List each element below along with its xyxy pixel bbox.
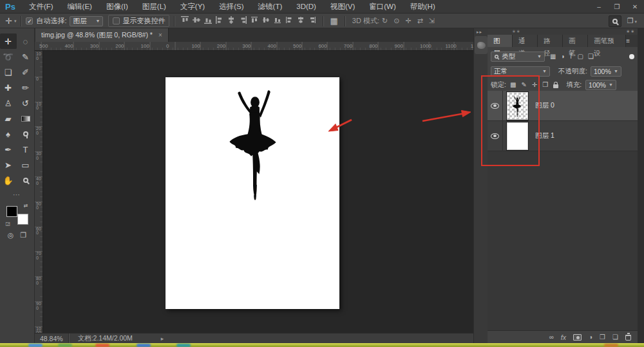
distribute-vertical-centers-icon[interactable] — [262, 16, 270, 26]
layer-style-icon[interactable]: fx — [561, 333, 566, 341]
align-left-edges-icon[interactable] — [216, 16, 224, 26]
document-tab[interactable]: timg.jpg @ 48.8% (图层 0, RGB/8#) * × — [35, 28, 169, 42]
menu-滤镜[interactable]: 滤镜(T) — [251, 0, 290, 14]
collapsed-panel-button[interactable] — [475, 36, 488, 54]
zoom-level-field[interactable]: 48.84% — [35, 333, 69, 343]
blur-tool[interactable]: ♠ — [0, 126, 17, 142]
eyedropper-tool[interactable]: ✐ — [17, 64, 34, 80]
auto-align-layers-icon[interactable]: ▦ — [330, 16, 337, 26]
dodge-tool[interactable] — [17, 126, 34, 142]
auto-select-checkbox[interactable]: ✓ — [26, 17, 33, 24]
3d-roll-icon[interactable]: ⊙ — [393, 17, 399, 25]
collapse-dock-icon[interactable]: ∗∗ — [626, 29, 635, 34]
panel-menu-icon[interactable]: ≡ — [626, 35, 630, 47]
crop-tool[interactable]: ❏ — [0, 64, 17, 80]
taskbar-icon[interactable] — [28, 344, 43, 347]
distribute-top-edges-icon[interactable] — [251, 16, 259, 26]
show-transform-group[interactable]: 显示变换控件 — [108, 15, 169, 27]
type-tool[interactable]: T — [17, 142, 34, 157]
lock-image-pixels-icon[interactable]: ✎ — [521, 81, 526, 88]
taskbar-icon[interactable] — [176, 344, 191, 347]
layer-row[interactable]: 图层 1 — [488, 121, 638, 151]
tool-preset-picker[interactable]: ✛ ▾ — [0, 16, 16, 26]
edit-toolbar-icon[interactable]: ⋯ — [0, 191, 34, 199]
taskbar-icon[interactable] — [95, 344, 109, 347]
lock-all-icon[interactable] — [553, 84, 558, 88]
background-color-swatch[interactable] — [17, 214, 28, 225]
layer-thumbnail[interactable] — [507, 92, 528, 120]
menu-图像[interactable]: 图像(I) — [99, 0, 135, 14]
taskbar-icon[interactable] — [137, 344, 151, 347]
menu-视图[interactable]: 视图(V) — [323, 0, 362, 14]
color-swatches[interactable]: ⇄ ◲ — [6, 204, 28, 225]
path-selection-tool[interactable]: ➤ — [0, 157, 17, 173]
screen-mode-button[interactable]: ❐ — [20, 231, 26, 239]
distribute-right-edges-icon[interactable] — [308, 16, 317, 26]
blend-mode-dropdown[interactable]: 正常▼ — [491, 66, 550, 77]
adjustment-layer-icon[interactable]: ◑ — [589, 333, 592, 341]
panel-tab-通道[interactable]: 通道 — [513, 35, 538, 47]
filter-adjustment-layers-icon[interactable]: ◑ — [560, 53, 564, 60]
menu-文件[interactable]: 文件(F) — [22, 0, 61, 14]
taskbar-icon[interactable] — [604, 344, 618, 347]
layer-mask-icon[interactable] — [573, 334, 582, 341]
layer-visibility-toggle[interactable] — [488, 121, 503, 151]
align-right-edges-icon[interactable] — [239, 16, 247, 26]
align-vertical-centers-icon[interactable] — [193, 16, 201, 26]
panel-tab-画笔[interactable]: 画笔 — [563, 35, 588, 47]
healing-brush-tool[interactable]: ✚ — [0, 80, 17, 95]
clone-stamp-tool[interactable]: ♙ — [0, 95, 17, 111]
3d-rotate-icon[interactable]: ↻ — [382, 17, 388, 25]
filter-shape-layers-icon[interactable]: ▢ — [578, 53, 583, 60]
auto-select-target-dropdown[interactable]: 图层▼ — [70, 16, 103, 26]
menu-编辑[interactable]: 编辑(E) — [61, 0, 99, 14]
menu-帮助[interactable]: 帮助(H) — [403, 0, 442, 14]
menu-窗口[interactable]: 窗口(W) — [362, 0, 403, 14]
history-brush-tool[interactable]: ↺ — [17, 95, 34, 111]
lasso-tool[interactable]: ➰ — [0, 49, 17, 64]
align-top-edges-icon[interactable] — [181, 16, 189, 26]
fill-dropdown[interactable]: 100%▼ — [585, 80, 616, 90]
foreground-color-swatch[interactable] — [6, 206, 17, 217]
align-horizontal-centers-icon[interactable] — [227, 16, 236, 26]
taskbar-icon[interactable] — [58, 344, 72, 347]
move-tool[interactable]: ✛ — [0, 33, 17, 49]
menu-文字[interactable]: 文字(Y) — [173, 0, 212, 14]
menu-图层[interactable]: 图层(L) — [135, 0, 173, 14]
shape-tool[interactable]: ▭ — [17, 157, 34, 173]
align-bottom-edges-icon[interactable] — [204, 16, 213, 26]
search-button[interactable] — [609, 15, 621, 27]
layer-name[interactable]: 图层 0 — [535, 101, 554, 110]
filter-type-layers-icon[interactable]: T — [569, 53, 573, 60]
distribute-horizontal-centers-icon[interactable] — [297, 16, 305, 26]
filter-toggle-icon[interactable] — [629, 54, 634, 59]
filter-pixel-layers-icon[interactable]: ▦ — [550, 53, 556, 60]
3d-slide-icon[interactable]: ⇄ — [417, 17, 423, 25]
delete-layer-icon[interactable] — [625, 335, 631, 341]
eraser-tool[interactable]: ▰ — [0, 111, 17, 126]
close-tab-icon[interactable]: × — [158, 32, 162, 39]
swap-colors-icon[interactable]: ⇄ — [24, 203, 28, 209]
layer-row[interactable]: 图层 0 — [488, 91, 638, 121]
filter-smart-objects-icon[interactable]: ❏ — [588, 53, 594, 60]
menu-选择[interactable]: 选择(S) — [212, 0, 251, 14]
panel-tab-路径[interactable]: 路径 — [538, 35, 563, 47]
3d-scale-icon[interactable]: ⇲ — [429, 17, 435, 25]
hand-tool[interactable]: ✋ — [0, 173, 17, 188]
3d-pan-icon[interactable]: ✛ — [405, 17, 411, 25]
expand-dock-icon[interactable]: ▸▸ — [477, 30, 482, 35]
new-layer-icon[interactable]: ❏ — [612, 333, 618, 341]
canvas-area[interactable]: 5004003002001000100200300400500600700800… — [35, 42, 473, 333]
menu-3D[interactable]: 3D(D) — [289, 0, 323, 14]
show-transform-checkbox[interactable] — [113, 17, 120, 24]
close-button[interactable]: ✕ — [626, 0, 644, 14]
quick-selection-tool[interactable]: ✎ — [17, 49, 34, 64]
lock-artboard-icon[interactable]: ❐ — [542, 81, 548, 88]
zoom-tool[interactable] — [17, 173, 34, 188]
gradient-tool[interactable] — [17, 111, 34, 126]
layer-name[interactable]: 图层 1 — [535, 131, 554, 140]
filter-type-dropdown[interactable]: 类型▼ — [491, 52, 545, 62]
panel-tab-图层[interactable]: 图层 — [488, 35, 513, 47]
lock-transparent-pixels-icon[interactable]: ▩ — [510, 81, 516, 88]
lock-position-icon[interactable]: ✛ — [532, 81, 537, 88]
